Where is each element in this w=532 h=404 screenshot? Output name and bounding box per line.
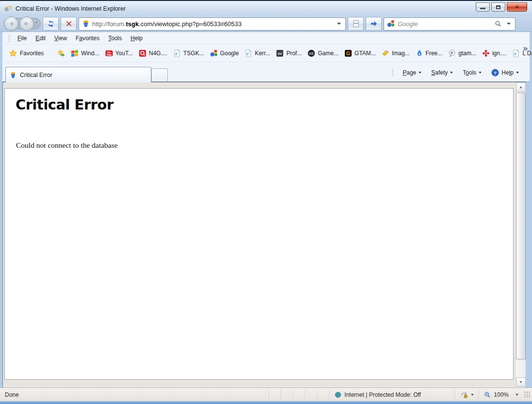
title-bar: e Critical Error - Windows Internet Expl…: [0, 1, 532, 16]
forward-button[interactable]: [19, 16, 34, 31]
back-icon: [7, 20, 15, 28]
favorites-bar-item[interactable]: e TSGK...: [170, 47, 207, 60]
status-text: Done: [1, 391, 269, 398]
svg-text:G: G: [346, 50, 350, 56]
status-bar: Done Internet | Protected Mode: Off 100%: [0, 388, 532, 401]
favorites-bar-item[interactable]: e Kerr...: [242, 47, 273, 60]
add-to-favorites-bar-button[interactable]: [54, 47, 68, 60]
window-bottom-border: [0, 401, 532, 404]
ie-page-icon: e: [512, 49, 520, 57]
menu-tools[interactable]: Tools: [104, 33, 126, 44]
favorites-bar-item[interactable]: Free...: [413, 47, 446, 60]
stop-button[interactable]: [61, 17, 77, 31]
compatibility-view-icon: [352, 20, 360, 28]
tab-favicon: [10, 72, 16, 78]
favorites-star-icon: [9, 49, 17, 57]
address-dropdown[interactable]: [335, 18, 343, 30]
favorites-bar-item[interactable]: YouTube YouT...: [102, 47, 136, 60]
web-page: Critical Error Could not connect to the …: [4, 88, 514, 380]
toolbar-grip: [392, 69, 394, 77]
favorites-bar-item[interactable]: G GTAM...: [341, 47, 379, 60]
compatibility-view-button[interactable]: [348, 17, 364, 31]
ie-logo-icon[interactable]: e: [4, 4, 12, 13]
zone-text: Internet | Protected Mode: Off: [344, 391, 421, 398]
protection-icon: [460, 391, 468, 399]
ie-page-icon: e: [173, 49, 181, 57]
url-text: http://forum.tsgk.com/viewtopic.php?p=60…: [92, 20, 332, 28]
resize-grip[interactable]: [524, 391, 531, 398]
overflow-chevron-icon[interactable]: [522, 46, 529, 52]
back-button[interactable]: [4, 16, 18, 31]
go-button[interactable]: [366, 17, 382, 31]
zoom-control[interactable]: 100%: [479, 388, 523, 401]
page-title: Critical Error: [16, 96, 513, 113]
help-menu-button[interactable]: ?Help: [487, 67, 523, 78]
minimize-icon: [480, 8, 485, 9]
gtam-icon: G: [344, 49, 352, 57]
tab-critical-error[interactable]: Critical Error: [5, 67, 151, 82]
address-bar[interactable]: http://forum.tsgk.com/viewtopic.php?p=60…: [79, 17, 346, 31]
flame-icon: [416, 49, 423, 57]
sv-badge-icon: sv: [276, 49, 284, 57]
n4g-icon: [139, 49, 146, 57]
security-zone[interactable]: Internet | Protected Mode: Off: [330, 388, 455, 401]
scroll-down-button[interactable]: ▼: [516, 377, 526, 387]
new-tab-button[interactable]: [151, 68, 168, 82]
svg-text:GS: GS: [309, 51, 314, 55]
scrollbar-thumb[interactable]: [516, 93, 526, 359]
favorites-bar: Favorites Wind... YouTube YouT... N4G...…: [0, 45, 532, 62]
globe-icon: [335, 391, 341, 398]
windows-icon: [71, 49, 79, 57]
google-icon: [210, 49, 218, 57]
navigation-bar: http://forum.tsgk.com/viewtopic.php?p=60…: [0, 16, 532, 32]
favorites-bar-item[interactable]: Imag...: [379, 47, 413, 60]
close-button[interactable]: ×: [507, 2, 527, 12]
scrollbar-track[interactable]: [516, 92, 526, 377]
tools-menu-button[interactable]: Tools: [459, 67, 485, 78]
stop-icon: [65, 20, 73, 28]
menu-view[interactable]: View: [50, 33, 71, 44]
toolbar-grip: [8, 34, 10, 42]
go-arrow-icon: [370, 20, 378, 28]
imageshack-icon: [382, 49, 389, 57]
command-bar: Page Safety Tools ?Help: [389, 67, 523, 78]
refresh-button[interactable]: [43, 17, 59, 31]
favorites-bar-item[interactable]: P gtam...: [445, 47, 479, 60]
menu-file[interactable]: File: [13, 33, 31, 44]
favorites-button-label: Favorites: [20, 50, 44, 57]
svg-text:Tube: Tube: [106, 53, 112, 56]
refresh-icon: [47, 20, 55, 28]
favorites-bar-item[interactable]: ign....: [479, 47, 509, 60]
tab-label: Critical Error: [20, 72, 52, 78]
vertical-scrollbar[interactable]: ▲ ▼: [516, 82, 526, 387]
menu-bar: File Edit View Favorites Tools Help: [0, 32, 532, 45]
search-input[interactable]: [398, 20, 492, 28]
restore-button[interactable]: [491, 2, 505, 12]
menu-help[interactable]: Help: [126, 33, 147, 44]
favorites-bar-item[interactable]: GS Game...: [305, 47, 341, 60]
restore-icon: [496, 5, 500, 9]
favorites-bar-item[interactable]: sv Prof...: [273, 47, 305, 60]
minimize-button[interactable]: [476, 2, 490, 12]
browser-window: e Critical Error - Windows Internet Expl…: [0, 0, 532, 404]
zoom-level: 100%: [494, 391, 509, 398]
favorites-bar-item[interactable]: Wind...: [68, 47, 102, 60]
favorites-button[interactable]: Favorites: [6, 47, 48, 60]
search-box[interactable]: [384, 17, 516, 31]
error-message: Could not connect to the database: [16, 141, 513, 150]
svg-text:?: ?: [494, 70, 497, 76]
page-menu-button[interactable]: Page: [399, 67, 425, 78]
search-magnifier-icon[interactable]: [495, 20, 501, 27]
speech-bubble-icon: P: [448, 49, 456, 57]
search-dropdown[interactable]: [504, 18, 513, 30]
safety-menu-button[interactable]: Safety: [427, 67, 457, 78]
svg-text:e: e: [5, 5, 9, 13]
favorites-bar-item[interactable]: N4G....: [136, 47, 170, 60]
menu-favorites[interactable]: Favorites: [71, 33, 104, 44]
recent-pages-dropdown[interactable]: [35, 22, 38, 24]
site-favicon: [82, 20, 90, 28]
favorites-bar-item[interactable]: Google: [207, 47, 242, 60]
inprivate-filtering-control[interactable]: [455, 388, 479, 401]
scroll-up-button[interactable]: ▲: [516, 82, 526, 92]
menu-edit[interactable]: Edit: [31, 33, 50, 44]
